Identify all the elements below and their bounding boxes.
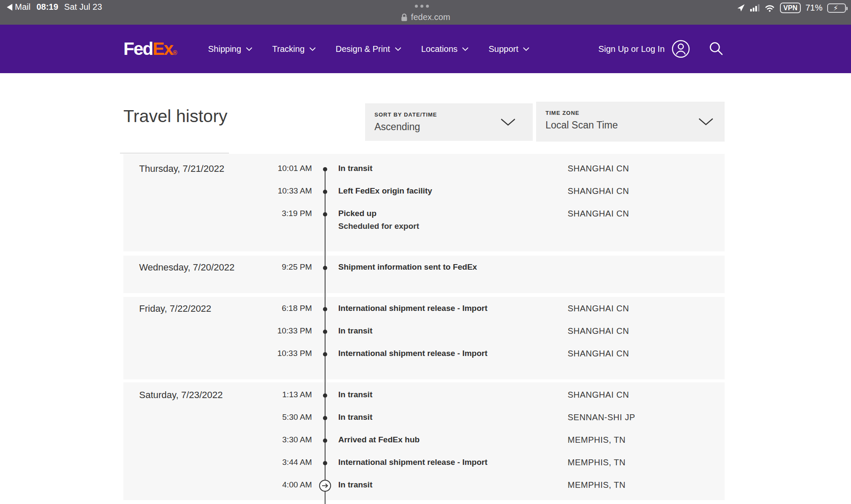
event-location-label: MEMPHIS, TN: [568, 435, 625, 445]
timeline-line: [325, 169, 326, 504]
event-status-label: Left FedEx origin facility: [338, 186, 432, 196]
event-status-label: In transit: [338, 326, 372, 336]
event-status-label: In transit: [338, 480, 372, 490]
event-time-label: 10:01 AM: [278, 164, 312, 173]
arrow-right-icon: [322, 483, 328, 488]
timeline-dot-icon: [323, 439, 327, 443]
event-location-label: MEMPHIS, TN: [568, 480, 625, 490]
event-time-label: 3:44 AM: [282, 458, 312, 467]
event-status-label: In transit: [338, 164, 372, 173]
cellular-signal-icon: [750, 4, 760, 11]
sort-dropdown-label: SORT BY DATE/TIME: [374, 111, 437, 118]
back-to-mail-button[interactable]: Mail: [7, 2, 31, 12]
event-status-label: Arrived at FedEx hub: [338, 435, 420, 444]
timeline-dot-icon: [323, 167, 327, 171]
vpn-badge: VPN: [780, 3, 801, 13]
timezone-dropdown-label: TIME ZONE: [545, 110, 580, 116]
wifi-icon: [764, 4, 775, 12]
timezone-dropdown-value: Local Scan Time: [545, 120, 618, 131]
event-location-label: SHANGHAI CN: [568, 164, 629, 174]
screen: Mail 08:19 Sat Jul 23 fedex.com VPN: [0, 0, 851, 504]
event-location-label: SHANGHAI CN: [568, 186, 629, 196]
timeline-dot-icon: [323, 190, 327, 194]
event-location-label: SHANGHAI CN: [568, 209, 629, 219]
back-app-label: Mail: [15, 2, 31, 12]
event-time-label: 4:00 AM: [282, 480, 312, 490]
event-time-label: 1:13 AM: [282, 390, 312, 399]
event-location-label: SHANGHAI CN: [568, 349, 629, 359]
travel-history-section: Travel history SORT BY DATE/TIME Ascendi…: [123, 0, 725, 504]
event-time-label: 3:30 AM: [282, 435, 312, 444]
sort-dropdown-value: Ascending: [374, 121, 420, 133]
date-group-block: [123, 256, 725, 293]
timeline-dot-icon: [323, 330, 327, 334]
event-substatus-label: Scheduled for export: [338, 222, 419, 231]
event-time-label: 10:33 PM: [277, 349, 312, 358]
timeline-dot-icon: [323, 416, 327, 420]
event-time-label: 5:30 AM: [282, 413, 312, 422]
back-icon: [7, 4, 12, 11]
chevron-down-icon: [698, 118, 714, 126]
event-status-label: International shipment release - Import: [338, 458, 488, 467]
event-time-label: 9:25 PM: [282, 262, 312, 272]
event-location-label: SENNAN-SHI JP: [568, 413, 635, 422]
battery-percent-label: 71%: [805, 3, 822, 13]
status-bar-right: VPN 71% ⚡: [737, 3, 846, 13]
clock-label: 08:19: [37, 2, 58, 12]
event-time-label: 10:33 AM: [278, 186, 312, 196]
timeline-dot-icon: [323, 393, 327, 398]
event-status-label: In transit: [338, 390, 372, 399]
group-date-label: Saturday, 7/23/2022: [139, 390, 223, 401]
location-arrow-icon: [737, 3, 745, 12]
event-time-label: 3:19 PM: [282, 209, 312, 218]
timeline-dot-icon: [323, 461, 327, 465]
timeline-dot-icon: [323, 307, 327, 311]
group-date-label: Friday, 7/22/2022: [139, 303, 211, 314]
event-location-label: SHANGHAI CN: [568, 326, 629, 336]
timeline-dot-icon: [323, 352, 327, 356]
timeline-dot-icon: [323, 212, 327, 216]
timezone-dropdown[interactable]: TIME ZONE Local Scan Time: [536, 102, 725, 142]
battery-charging-icon: ⚡: [827, 3, 846, 13]
event-location-label: SHANGHAI CN: [568, 390, 629, 400]
section-divider: [120, 153, 229, 154]
chevron-down-icon: [500, 118, 516, 126]
event-status-label: Picked up: [338, 209, 377, 218]
page-title: Travel history: [123, 106, 228, 126]
event-status-label: International shipment release - Import: [338, 349, 488, 358]
event-status-label: In transit: [338, 413, 372, 422]
event-time-label: 10:33 PM: [277, 326, 312, 336]
event-status-label: Shipment information sent to FedEx: [338, 262, 477, 272]
event-time-label: 6:18 PM: [282, 304, 312, 313]
status-bar-left: Mail 08:19 Sat Jul 23: [7, 2, 102, 12]
event-location-label: MEMPHIS, TN: [568, 458, 625, 467]
group-date-label: Wednesday, 7/20/2022: [139, 262, 234, 273]
event-location-label: SHANGHAI CN: [568, 304, 629, 313]
timeline-dot-icon: [323, 266, 327, 270]
event-status-label: International shipment release - Import: [338, 304, 488, 313]
group-date-label: Thursday, 7/21/2022: [139, 163, 224, 174]
in-transit-arrow-icon: [319, 480, 331, 492]
date-label: Sat Jul 23: [64, 2, 102, 12]
sort-by-datetime-dropdown[interactable]: SORT BY DATE/TIME Ascending: [365, 103, 533, 141]
